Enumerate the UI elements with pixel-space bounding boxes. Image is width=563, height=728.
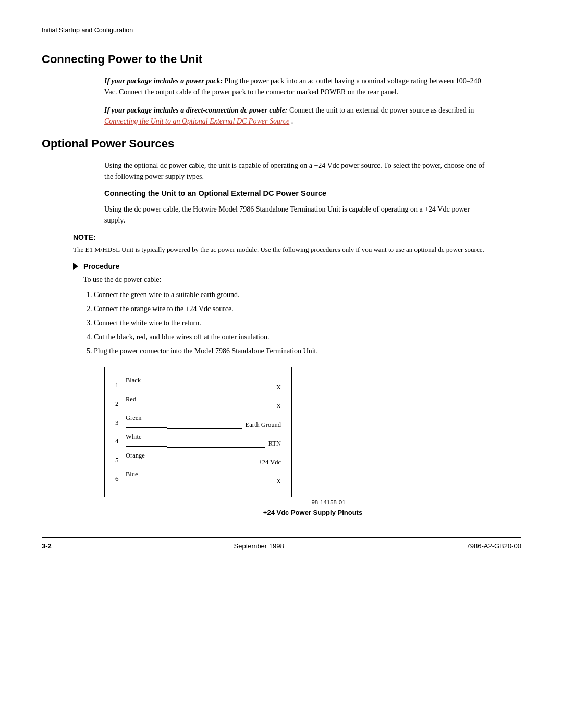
right-area-2: X: [167, 394, 281, 413]
pin-1: 1: [115, 381, 126, 389]
subsection-intro: Using the dc power cable, the Hotwire Mo…: [104, 204, 490, 226]
signal-4: RTN: [268, 440, 281, 448]
signal-1: X: [276, 384, 281, 391]
wire-name-5: Orange: [126, 452, 145, 460]
procedure-label-text: Procedure: [83, 262, 119, 270]
figure-caption: +24 Vdc Power Supply Pinouts: [104, 509, 521, 516]
diagram-wrapper: 1 Black X 2 Red: [104, 367, 490, 505]
diagram-row-6: 6 Blue X: [115, 470, 281, 488]
procedure-steps: Connect the green wire to a suitable ear…: [94, 289, 500, 356]
pin-5: 5: [115, 456, 126, 464]
right-line-4: [167, 447, 265, 448]
wire-line-2: [126, 409, 167, 409]
right-line-3: [167, 428, 242, 429]
procedure-header: Procedure: [73, 262, 521, 270]
diagram-row-2: 2 Red X: [115, 394, 281, 413]
wire-line-1: [126, 390, 167, 390]
step-3: Connect the white wire to the return.: [94, 317, 500, 328]
footer-doc-id: 7986-A2-GB20-00: [466, 542, 521, 550]
pin-3: 3: [115, 418, 126, 427]
wire-line-6: [126, 484, 167, 484]
footer-page-number: 3-2: [42, 542, 52, 550]
wire-area-5: Orange: [126, 451, 167, 470]
section-connecting-power: Connecting Power to the Unit If your pac…: [42, 53, 521, 127]
diagram-row-4: 4 White RTN: [115, 432, 281, 451]
section-optional-power: Optional Power Sources Using the optiona…: [42, 137, 521, 516]
wire-area-3: Green: [126, 413, 167, 432]
breadcrumb: Initial Startup and Configuration: [42, 27, 133, 34]
diagram-row-3: 3 Green Earth Ground: [115, 413, 281, 432]
right-area-5: +24 Vdc: [167, 451, 281, 470]
section1-para2: If your package includes a direct-connec…: [104, 105, 490, 127]
note-text: The E1 M/HDSL Unit is typically powered …: [73, 244, 511, 255]
wire-area-6: Blue: [126, 470, 167, 488]
note-box: NOTE: The E1 M/HDSL Unit is typically po…: [73, 233, 511, 255]
wire-line-3: [126, 427, 167, 428]
diagram-inner: 1 Black X 2 Red: [104, 367, 292, 497]
section1-para2-italic: If your package includes a direct-connec…: [104, 106, 288, 114]
section2-title: Optional Power Sources: [42, 137, 521, 151]
step-2: Connect the orange wire to the +24 Vdc s…: [94, 303, 500, 314]
wire-area-2: Red: [126, 394, 167, 413]
note-label: NOTE:: [73, 233, 511, 241]
diagram-caption-number: 98-14158-01: [167, 499, 490, 505]
section1-para2-link[interactable]: Connecting the Unit to an Optional Exter…: [104, 117, 289, 125]
right-line-5: [167, 466, 255, 466]
right-line-6: [167, 485, 273, 485]
signal-6: X: [276, 477, 281, 485]
page: Initial Startup and Configuration Connec…: [0, 0, 563, 728]
footer-date: September 1998: [234, 542, 284, 550]
wire-name-2: Red: [126, 396, 136, 403]
subsection-heading: Connecting the Unit to an Optional Exter…: [104, 189, 490, 198]
diagram-row-1: 1 Black X: [115, 376, 281, 394]
section1-para1: If your package includes a power pack: P…: [104, 76, 490, 97]
section2-intro: Using the optional dc power cable, the u…: [104, 160, 490, 182]
step-1: Connect the green wire to a suitable ear…: [94, 289, 500, 300]
procedure-arrow-icon: [73, 263, 78, 270]
wire-name-1: Black: [126, 377, 141, 385]
header-bar: Initial Startup and Configuration: [42, 26, 521, 38]
diagram-row-5: 5 Orange +24 Vdc: [115, 451, 281, 470]
right-area-1: X: [167, 376, 281, 394]
section1-title: Connecting Power to the Unit: [42, 53, 521, 66]
wire-name-6: Blue: [126, 471, 138, 478]
wire-name-3: Green: [126, 414, 142, 422]
signal-2: X: [276, 402, 281, 410]
right-area-3: Earth Ground: [167, 413, 281, 432]
pin-4: 4: [115, 437, 126, 446]
footer: 3-2 September 1998 7986-A2-GB20-00: [42, 537, 521, 550]
step-5: Plug the power connector into the Model …: [94, 346, 500, 356]
right-line-2: [167, 410, 273, 410]
wire-line-5: [126, 465, 167, 465]
procedure-intro: To use the dc power cable:: [83, 276, 521, 284]
pin-2: 2: [115, 400, 126, 408]
wire-line-4: [126, 446, 167, 447]
right-line-1: [167, 391, 273, 391]
right-area-6: X: [167, 470, 281, 488]
wire-name-4: White: [126, 433, 142, 441]
section1-para2-end: .: [291, 117, 293, 125]
right-area-4: RTN: [167, 432, 281, 451]
section1-content: If your package includes a power pack: P…: [104, 76, 490, 127]
wire-area-1: Black: [126, 376, 167, 394]
section2-content: Using the optional dc power cable, the u…: [104, 160, 490, 226]
signal-5: +24 Vdc: [259, 459, 281, 466]
wire-area-4: White: [126, 432, 167, 451]
pin-6: 6: [115, 475, 126, 483]
section1-para1-italic: If your package includes a power pack:: [104, 77, 223, 85]
signal-3: Earth Ground: [246, 421, 281, 429]
step-4: Cut the black, red, and blue wires off a…: [94, 331, 500, 342]
section1-para2-text: Connect the unit to an external dc power…: [289, 106, 474, 114]
